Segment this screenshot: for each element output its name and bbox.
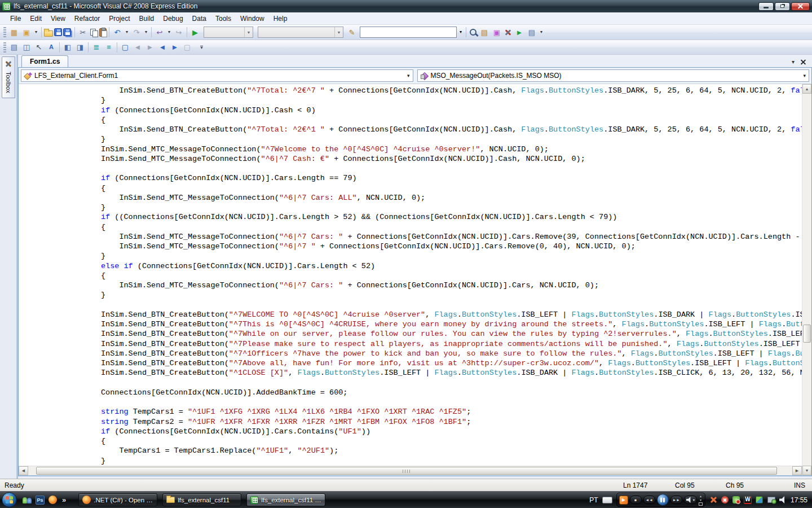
navigate-backward-dropdown-icon[interactable]: ▾: [166, 27, 172, 38]
toolbar-grip[interactable]: [3, 42, 6, 52]
combo-dropdown-icon[interactable]: ▾: [803, 73, 806, 78]
bookmark-next-folder-icon[interactable]: ►: [169, 42, 180, 52]
combo-dropdown-icon[interactable]: ▾: [407, 73, 410, 78]
close-button[interactable]: [791, 2, 810, 11]
menu-item-build[interactable]: Build: [135, 13, 159, 24]
toolbar-combo-1[interactable]: ▾: [204, 27, 253, 38]
messenger-alert-icon[interactable]: [710, 496, 717, 503]
undo-icon[interactable]: ↶: [112, 27, 123, 38]
toolbar-combo-2[interactable]: ▾: [258, 27, 343, 38]
menu-item-window[interactable]: Window: [236, 13, 269, 24]
member-list-icon[interactable]: ▤: [8, 42, 20, 52]
messenger-offline-icon[interactable]: [732, 496, 740, 503]
comment-icon[interactable]: ≣: [91, 42, 102, 52]
scroll-left-icon[interactable]: ◀: [19, 466, 28, 475]
bookmark-toggle-icon[interactable]: ▢: [120, 42, 131, 52]
scroll-up-icon[interactable]: ▲: [802, 84, 811, 94]
navigate-browser-icon[interactable]: ►: [514, 27, 525, 38]
firefox-icon[interactable]: [48, 496, 57, 504]
task-button-folder[interactable]: lfs_external_csf11: [162, 493, 241, 506]
previous-track-button[interactable]: ◄◄: [643, 496, 655, 504]
photoshop-icon[interactable]: Ps: [36, 496, 45, 505]
media-player-deskband-controls[interactable]: ▴▾: [699, 494, 703, 506]
toolbar-options-dropdown-icon[interactable]: ▾: [539, 27, 544, 38]
hscroll-thumb[interactable]: [36, 467, 777, 475]
bookmark-prev-folder-icon[interactable]: ◄: [157, 42, 168, 52]
redo-icon[interactable]: ↷: [131, 27, 142, 38]
menu-item-refactor[interactable]: Refactor: [70, 13, 104, 24]
toolbar-grip[interactable]: [3, 27, 6, 37]
find-dropdown-icon[interactable]: ▾: [458, 27, 464, 38]
types-combo[interactable]: LFS_External_Client.Form1 ▾: [21, 69, 413, 82]
tray-app-icon[interactable]: [756, 496, 763, 503]
open-file-icon[interactable]: [44, 30, 53, 37]
next-track-button[interactable]: ►►: [670, 496, 682, 504]
quick-launch-overflow-icon[interactable]: »: [62, 496, 66, 504]
menu-item-file[interactable]: File: [6, 13, 25, 24]
stop-button[interactable]: ■: [630, 496, 642, 504]
keyboard-layout-icon[interactable]: [602, 497, 612, 503]
save-icon[interactable]: [54, 28, 62, 36]
restore-button[interactable]: [775, 2, 790, 11]
uncomment-icon[interactable]: ≡: [103, 42, 114, 52]
scroll-down-icon[interactable]: ▼: [802, 466, 811, 475]
increase-indent-icon[interactable]: ◨: [74, 42, 86, 52]
code-editor[interactable]: InSim.Send_BTN_CreateButton("^7Total: ^2…: [19, 84, 802, 466]
winamp-icon[interactable]: W: [744, 496, 752, 504]
media-player-icon[interactable]: ▶: [619, 496, 628, 505]
properties-window-icon[interactable]: ▤: [479, 27, 490, 38]
solution-explorer-icon[interactable]: ▤: [526, 27, 537, 38]
language-indicator[interactable]: PT: [589, 496, 598, 504]
external-tools-icon[interactable]: [504, 28, 513, 37]
save-all-icon[interactable]: [63, 28, 71, 36]
titlebar[interactable]: lfs_external_csf11 - Microsoft Visual C#…: [0, 0, 812, 12]
start-debugging-icon[interactable]: ▶: [189, 27, 201, 38]
toolbox-tab[interactable]: Toolbox: [2, 56, 15, 98]
start-button[interactable]: [2, 492, 17, 507]
toolbar-overflow-icon[interactable]: ▾: [198, 46, 205, 49]
task-button-visual-studio[interactable]: lfs_external_csf11 - ...: [246, 493, 325, 506]
clear-bookmarks-icon[interactable]: ▢: [182, 42, 193, 52]
network-status-icon[interactable]: [767, 497, 775, 503]
horizontal-scrollbar[interactable]: ◀ ▶: [19, 466, 802, 475]
navigate-forward-icon[interactable]: ↪: [173, 27, 184, 38]
minimize-button[interactable]: [758, 2, 774, 11]
security-alert-icon[interactable]: [721, 496, 729, 503]
tab-form1cs[interactable]: Form1.cs: [21, 55, 68, 67]
cut-icon[interactable]: ✂: [77, 27, 89, 38]
vscroll-track[interactable]: [802, 94, 811, 466]
find-options-icon[interactable]: ✎: [346, 27, 358, 38]
pause-button[interactable]: [657, 494, 669, 506]
close-document-icon[interactable]: [800, 59, 806, 65]
clock[interactable]: 17:55: [791, 496, 807, 504]
quick-info-icon[interactable]: ↖: [33, 42, 45, 52]
new-project-icon[interactable]: ▦: [8, 27, 20, 38]
add-new-item-dropdown-icon[interactable]: ▾: [33, 27, 39, 38]
menu-item-tools[interactable]: Tools: [211, 13, 236, 24]
redo-dropdown-icon[interactable]: ▾: [143, 27, 149, 38]
add-new-item-icon[interactable]: ▣: [21, 27, 32, 38]
copy-icon[interactable]: [90, 28, 98, 37]
task-button-firefox[interactable]: .NET (C#) - Open So...: [78, 493, 157, 506]
scroll-right-icon[interactable]: ▶: [792, 466, 802, 475]
hscroll-track[interactable]: [28, 466, 792, 475]
combo-dropdown-icon[interactable]: ▾: [334, 27, 343, 37]
vertical-scrollbar[interactable]: ▲ ▼: [802, 84, 811, 475]
volume-button[interactable]: ▾: [684, 496, 697, 504]
menu-item-edit[interactable]: Edit: [25, 13, 46, 24]
bookmark-prev-icon[interactable]: ◄: [132, 42, 143, 52]
find-in-files-icon[interactable]: [469, 28, 478, 37]
add-item-icon[interactable]: ▣: [491, 27, 502, 38]
members-combo[interactable]: MSO_MessageOut(Packets.IS_MSO MSO) ▾: [417, 69, 810, 82]
messenger-icon[interactable]: [23, 496, 32, 504]
menu-item-debug[interactable]: Debug: [158, 13, 187, 24]
parameter-info-icon[interactable]: ◫: [21, 42, 32, 52]
navigate-backward-icon[interactable]: ↩: [154, 27, 165, 38]
vscroll-thumb[interactable]: [803, 325, 811, 343]
bookmark-next-icon[interactable]: ►: [144, 42, 156, 52]
volume-tray-icon[interactable]: [779, 496, 787, 503]
paste-icon[interactable]: [99, 28, 107, 37]
decrease-indent-icon[interactable]: ◧: [62, 42, 73, 52]
menu-item-data[interactable]: Data: [188, 13, 211, 24]
document-list-dropdown-icon[interactable]: ▾: [792, 59, 795, 65]
